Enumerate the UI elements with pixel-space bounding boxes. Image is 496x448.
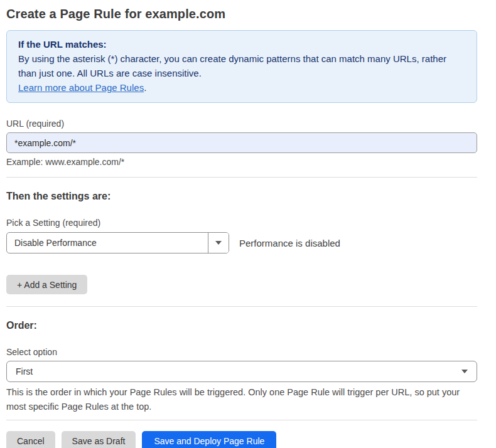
setting-status-text: Performance is disabled [239, 238, 340, 248]
order-section-heading: Order: [6, 320, 477, 331]
section-divider [6, 177, 477, 178]
url-match-info-callout: If the URL matches: By using the asteris… [6, 30, 477, 103]
save-as-draft-button[interactable]: Save as Draft [62, 431, 136, 448]
info-callout-link-line: Learn more about Page Rules. [18, 80, 465, 95]
url-input[interactable] [6, 132, 477, 153]
info-callout-body: By using the asterisk (*) character, you… [18, 51, 465, 80]
caret-down-icon [461, 370, 468, 373]
info-callout-heading: If the URL matches: [18, 37, 465, 51]
setting-picker-label: Pick a Setting (required) [6, 218, 477, 228]
setting-select[interactable]: Disable Performance [6, 232, 229, 253]
setting-select-arrow-button[interactable] [208, 233, 229, 253]
url-example-text: Example: www.example.com/* [6, 157, 477, 167]
add-setting-button[interactable]: + Add a Setting [6, 275, 87, 294]
order-help-text: This is the order in which your Page Rul… [6, 385, 477, 414]
cancel-button[interactable]: Cancel [6, 431, 55, 448]
page-title: Create a Page Rule for example.com [6, 0, 477, 21]
form-actions: Cancel Save as Draft Save and Deploy Pag… [6, 431, 477, 448]
save-and-deploy-button[interactable]: Save and Deploy Page Rule [142, 431, 276, 448]
order-select[interactable]: First [6, 361, 477, 382]
page-rule-form: Create a Page Rule for example.com If th… [6, 0, 477, 448]
order-select-label: Select option [6, 347, 477, 357]
order-select-value: First [16, 366, 33, 376]
section-divider [6, 420, 477, 420]
settings-section-heading: Then the settings are: [6, 191, 477, 202]
setting-select-value: Disable Performance [7, 233, 208, 253]
setting-row: Disable Performance Performance is disab… [6, 232, 477, 253]
url-field-label: URL (required) [6, 119, 477, 129]
learn-more-link[interactable]: Learn more about Page Rules [18, 82, 144, 93]
caret-down-icon [215, 241, 222, 245]
link-suffix: . [144, 82, 146, 93]
section-divider [6, 306, 477, 307]
